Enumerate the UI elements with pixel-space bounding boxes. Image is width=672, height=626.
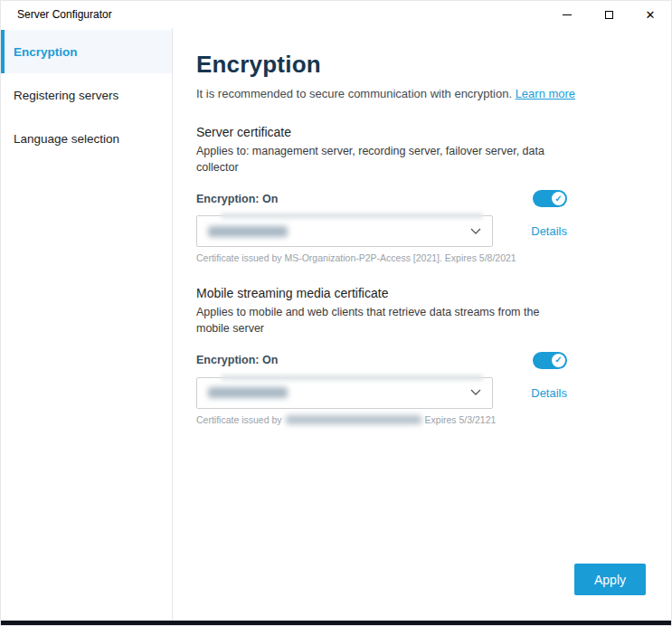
certificate-note: Certificate issued by MS-Organization-P2…: [196, 252, 567, 263]
main-content: Encryption It is recommended to secure c…: [173, 28, 671, 621]
redaction-blur: [221, 375, 483, 381]
section-title: Mobile streaming media certificate: [196, 286, 567, 300]
certificate-dropdown-row: Details: [196, 215, 567, 247]
page-title: Encryption: [196, 51, 671, 79]
titlebar: Server Configurator ✕: [1, 1, 671, 28]
certificate-issuer-redacted: [286, 415, 421, 424]
details-link[interactable]: Details: [531, 224, 567, 238]
maximize-icon: [605, 11, 613, 19]
certificate-select[interactable]: [196, 215, 493, 247]
subtitle-text: It is recommended to secure communicatio…: [196, 87, 512, 100]
certificate-select[interactable]: [196, 377, 493, 409]
minimize-icon: [563, 14, 572, 15]
certificate-note-suffix: Expires 5/3/2121: [425, 414, 497, 425]
apply-button[interactable]: Apply: [574, 564, 646, 595]
chevron-down-icon: [470, 389, 481, 396]
certificate-name-redacted: [208, 387, 288, 398]
certificate-note: Certificate issued by Expires 5/3/2121: [196, 414, 567, 425]
close-button[interactable]: ✕: [629, 1, 671, 28]
sidebar-item-language-selection[interactable]: Language selection: [1, 117, 172, 160]
section-description: Applies to mobile and web clients that r…: [196, 304, 567, 337]
sidebar-item-registering-servers[interactable]: Registering servers: [1, 73, 172, 117]
redaction-blur: [221, 213, 483, 219]
server-certificate-section: Server certificate Applies to: managemen…: [196, 125, 567, 263]
encryption-toggle-row: Encryption: On ✓: [196, 352, 567, 369]
certificate-note-prefix: Certificate issued by: [196, 414, 282, 425]
encryption-toggle-label: Encryption: On: [196, 354, 278, 366]
mobile-certificate-section: Mobile streaming media certificate Appli…: [196, 286, 567, 424]
chevron-down-icon: [470, 228, 481, 235]
details-link[interactable]: Details: [531, 386, 567, 400]
certificate-name-redacted: [208, 226, 288, 237]
certificate-dropdown-row: Details: [196, 377, 567, 409]
toggle-check-icon: ✓: [552, 354, 565, 367]
sidebar-item-label: Registering servers: [14, 89, 118, 102]
encryption-toggle[interactable]: ✓: [533, 352, 567, 369]
sidebar-item-encryption[interactable]: Encryption: [1, 30, 172, 73]
section-title: Server certificate: [196, 125, 567, 139]
section-description: Applies to: management server, recording…: [196, 143, 567, 175]
sidebar-item-label: Language selection: [14, 132, 119, 146]
encryption-toggle-row: Encryption: On ✓: [196, 190, 567, 207]
page-subtitle: It is recommended to secure communicatio…: [196, 87, 671, 100]
close-icon: ✕: [646, 9, 656, 21]
maximize-button[interactable]: [588, 1, 629, 28]
toggle-check-icon: ✓: [552, 192, 565, 205]
server-configurator-window: Server Configurator ✕ Encryption Registe…: [0, 0, 672, 626]
encryption-toggle[interactable]: ✓: [533, 190, 567, 207]
window-body: Encryption Registering servers Language …: [1, 28, 671, 621]
sidebar: Encryption Registering servers Language …: [1, 28, 173, 621]
encryption-toggle-label: Encryption: On: [196, 193, 278, 205]
bottom-accent-strip: [1, 621, 671, 625]
minimize-button[interactable]: [546, 1, 588, 28]
sidebar-item-label: Encryption: [14, 45, 78, 59]
window-title: Server Configurator: [1, 8, 112, 21]
learn-more-link[interactable]: Learn more: [516, 87, 575, 100]
